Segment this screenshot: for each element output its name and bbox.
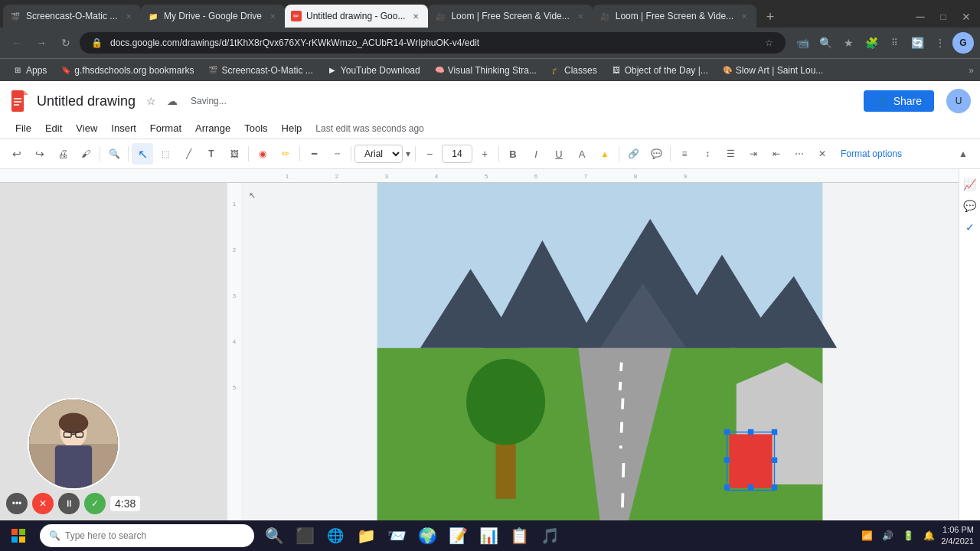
red-rectangle[interactable] <box>729 434 772 487</box>
tab-google-drive[interactable]: 📁 My Drive - Google Drive ✕ <box>141 5 285 28</box>
search-icon[interactable]: 🔍 <box>815 32 836 54</box>
handle-ml[interactable] <box>724 457 730 463</box>
menu-file[interactable]: File <box>9 119 38 137</box>
sidebar-comment-icon[interactable]: 💬 <box>961 197 979 215</box>
google-apps-icon[interactable]: ⠿ <box>884 32 905 54</box>
tab-loom1[interactable]: 🎥 Loom | Free Screen & Vide... ✕ <box>428 5 592 28</box>
line-spacing-button[interactable]: ↕ <box>697 143 718 165</box>
tab-untitled-drawing[interactable]: ✏ Untitled drawing - Goo... ✕ <box>285 5 428 28</box>
close-button[interactable]: ✕ <box>956 6 977 28</box>
tab-loom2[interactable]: 🎥 Loom | Free Screen & Vide... ✕ <box>593 5 756 28</box>
menu-insert[interactable]: Insert <box>105 119 142 137</box>
taskbar-task-view[interactable]: ⬛ <box>291 522 318 549</box>
forward-button[interactable]: → <box>31 32 52 54</box>
tab-drive-close[interactable]: ✕ <box>266 10 279 22</box>
image-tool[interactable]: 🖼 <box>224 143 245 165</box>
new-tab-button[interactable]: + <box>760 6 781 28</box>
bookmark-fhs[interactable]: 🔖 g.fhsdschools.org bookmarks <box>54 61 200 80</box>
sidebar-chart-icon[interactable]: 📈 <box>961 175 979 194</box>
bookmark-screencast[interactable]: 🎬 Screencast-O-Matic ... <box>201 61 318 80</box>
drawing-canvas[interactable]: ↖ <box>241 183 959 520</box>
redo-button[interactable]: ↪ <box>29 143 51 165</box>
fill-color-button[interactable]: ◉ <box>252 143 273 165</box>
taskbar-outlook[interactable]: 📨 <box>383 522 410 549</box>
handle-bl[interactable] <box>724 484 730 491</box>
format-options-link[interactable]: Format options <box>841 148 902 159</box>
loom-pause-button[interactable]: ⏸ <box>58 493 80 514</box>
taskbar-cortana[interactable]: 🔍 <box>260 522 288 549</box>
outdent-button[interactable]: ⇤ <box>766 143 787 165</box>
tab-loom2-close[interactable]: ✕ <box>738 10 750 22</box>
bookmark-visual[interactable]: 🧠 Visual Thinking Stra... <box>428 61 543 80</box>
bookmark-youtube[interactable]: ▶ YouTube Download <box>321 61 426 80</box>
back-button[interactable]: ← <box>6 32 28 54</box>
extensions-icon[interactable]: 🧩 <box>861 32 882 54</box>
handle-br[interactable] <box>772 484 778 491</box>
comment-button[interactable]: 💬 <box>645 143 667 165</box>
handle-tc[interactable] <box>748 429 754 435</box>
share-button[interactable]: 👤 Share <box>864 90 934 112</box>
clear-button[interactable]: ✕ <box>812 143 833 165</box>
cloud-icon[interactable]: ☁ <box>163 92 181 110</box>
taskbar-volume-icon[interactable]: 🔊 <box>879 529 897 543</box>
minimize-button[interactable]: ─ <box>910 6 931 28</box>
taskbar-search-box[interactable]: 🔍 <box>40 524 254 547</box>
bookmark-apps[interactable]: ⊞ Apps <box>6 61 53 80</box>
highlight-button[interactable]: ▲ <box>594 143 616 165</box>
print-button[interactable]: 🖨 <box>52 143 74 165</box>
menu-edit[interactable]: Edit <box>39 119 68 137</box>
undo-button[interactable]: ↩ <box>6 143 28 165</box>
line-dash-button[interactable]: ╌ <box>326 143 348 165</box>
taskbar-chrome[interactable]: 🌍 <box>413 522 441 549</box>
taskbar-clock[interactable]: 1:06 PM 2/4/2021 <box>941 524 974 548</box>
collapse-toolbar-button[interactable]: ▲ <box>952 143 974 165</box>
settings-icon[interactable]: ⋮ <box>929 32 951 54</box>
font-size-decrease[interactable]: − <box>419 143 440 165</box>
taskbar-teams[interactable]: 📋 <box>505 522 533 549</box>
taskbar-explorer[interactable]: 📁 <box>352 522 380 549</box>
zoom-button[interactable]: 🔍 <box>103 143 125 165</box>
sidebar-check-icon[interactable]: ✓ <box>961 218 979 236</box>
bold-button[interactable]: B <box>502 143 524 165</box>
start-button[interactable] <box>0 520 37 551</box>
handle-bc[interactable] <box>748 484 754 491</box>
font-selector[interactable]: Arial <box>354 145 403 163</box>
cursor-tool[interactable]: ↖ <box>132 143 153 165</box>
bookmark-icon[interactable]: ★ <box>838 32 859 54</box>
refresh-button[interactable]: ↻ <box>55 32 77 54</box>
loom-check-button[interactable]: ✓ <box>84 493 106 514</box>
star-icon[interactable]: ☆ <box>142 92 160 110</box>
italic-button[interactable]: I <box>525 143 547 165</box>
handle-tl[interactable] <box>724 429 730 435</box>
address-bar[interactable]: 🔒 docs.google.com/drawings/d/1tKhX8rQvx6… <box>80 32 786 54</box>
menu-view[interactable]: View <box>70 119 103 137</box>
paint-format-button[interactable]: 🖌 <box>75 143 96 165</box>
sync-icon[interactable]: 🔄 <box>906 32 928 54</box>
taskbar-search-input[interactable] <box>65 530 218 541</box>
bookmark-slow-art[interactable]: 🎨 Slow Art | Saint Lou... <box>716 61 830 80</box>
indent-button[interactable]: ⇥ <box>743 143 764 165</box>
line-color-button[interactable]: ✏ <box>275 143 296 165</box>
link-button[interactable]: 🔗 <box>622 143 644 165</box>
bookmark-star-icon[interactable]: ☆ <box>761 35 776 51</box>
taskbar-wifi-icon[interactable]: 📶 <box>858 529 876 543</box>
menu-format[interactable]: Format <box>144 119 188 137</box>
align-button[interactable]: ≡ <box>674 143 695 165</box>
handle-mr[interactable] <box>772 457 778 463</box>
bookmarks-more-button[interactable]: » <box>969 65 974 76</box>
menu-arrange[interactable]: Arrange <box>189 119 237 137</box>
screen-record-icon[interactable]: 📹 <box>792 32 813 54</box>
taskbar-excel[interactable]: 📊 <box>475 522 502 549</box>
docs-document-title[interactable]: Untitled drawing <box>37 93 136 109</box>
taskbar-battery-icon[interactable]: 🔋 <box>900 529 917 543</box>
shape-tool[interactable]: ⬚ <box>155 143 176 165</box>
loom-stop-button[interactable]: ✕ <box>32 493 54 514</box>
user-avatar[interactable]: U <box>946 89 971 113</box>
tab-drawing-close[interactable]: ✕ <box>410 10 422 22</box>
underline-button[interactable]: U <box>548 143 570 165</box>
font-size-input[interactable] <box>442 145 472 163</box>
handle-tr[interactable] <box>772 429 778 435</box>
font-color-button[interactable]: A <box>571 143 593 165</box>
bookmark-object-day[interactable]: 🖼 Object of the Day |... <box>605 61 714 80</box>
bookmark-classes[interactable]: 🎓 Classes <box>544 61 603 80</box>
